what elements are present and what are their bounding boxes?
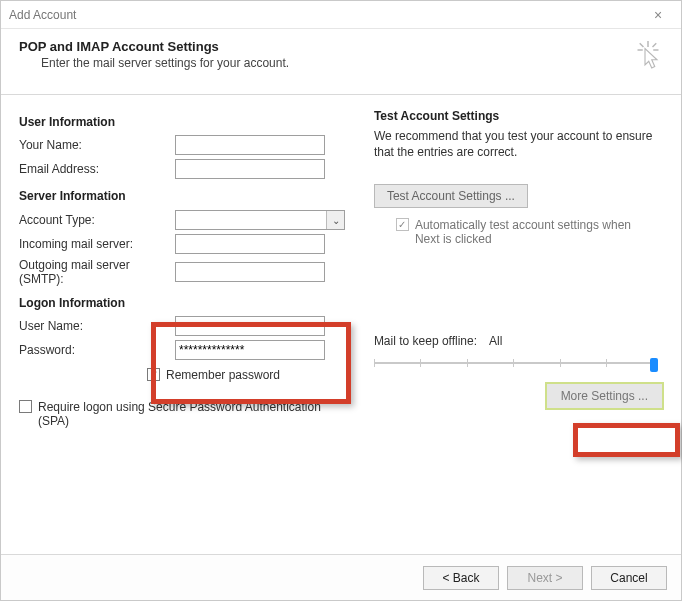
email-label: Email Address: [19,162,175,176]
cancel-button[interactable]: Cancel [591,566,667,590]
logon-info-heading: Logon Information [19,296,354,310]
require-spa-checkbox[interactable]: Require logon using Secure Password Auth… [19,400,354,428]
checkmark-icon: ✓ [147,368,160,381]
account-type-select[interactable]: ⌄ [175,210,345,230]
require-spa-label: Require logon using Secure Password Auth… [38,400,338,428]
checkmark-icon: ✓ [396,218,409,231]
remember-password-checkbox[interactable]: ✓ Remember password [147,368,280,382]
dialog-footer: < Back Next > Cancel [1,554,681,600]
mail-offline-value: All [489,334,502,348]
svg-line-4 [653,43,657,47]
server-info-heading: Server Information [19,189,354,203]
mail-offline-label: Mail to keep offline: [374,334,477,348]
your-name-input[interactable] [175,135,325,155]
account-type-label: Account Type: [19,213,175,227]
remember-password-label: Remember password [166,368,280,382]
outgoing-server-label: Outgoing mail server (SMTP): [19,258,175,286]
test-settings-heading: Test Account Settings [374,109,663,123]
user-info-heading: User Information [19,115,354,129]
header-title: POP and IMAP Account Settings [19,39,633,54]
incoming-server-label: Incoming mail server: [19,237,175,251]
auto-test-label: Automatically test account settings when… [415,218,645,246]
checkbox-empty-icon [19,400,32,413]
test-settings-desc: We recommend that you test your account … [374,129,663,160]
auto-test-checkbox[interactable]: ✓ Automatically test account settings wh… [374,218,663,246]
mail-offline-slider[interactable] [374,354,654,372]
more-settings-button[interactable]: More Settings ... [546,383,663,409]
test-account-button[interactable]: Test Account Settings ... [374,184,528,208]
window-title: Add Account [9,8,643,22]
click-cursor-icon [633,39,663,76]
your-name-label: Your Name: [19,138,175,152]
svg-line-3 [640,43,644,47]
username-input[interactable] [175,316,325,336]
header-subtitle: Enter the mail server settings for your … [19,56,633,70]
password-label: Password: [19,343,175,357]
dialog-header: POP and IMAP Account Settings Enter the … [1,29,681,95]
outgoing-server-input[interactable] [175,262,325,282]
email-input[interactable] [175,159,325,179]
incoming-server-input[interactable] [175,234,325,254]
next-button[interactable]: Next > [507,566,583,590]
slider-ticks [374,359,654,367]
titlebar: Add Account × [1,1,681,29]
slider-thumb[interactable] [650,358,658,372]
back-button[interactable]: < Back [423,566,499,590]
close-icon[interactable]: × [643,7,673,23]
username-label: User Name: [19,319,175,333]
password-input[interactable] [175,340,325,360]
chevron-down-icon: ⌄ [326,211,344,229]
